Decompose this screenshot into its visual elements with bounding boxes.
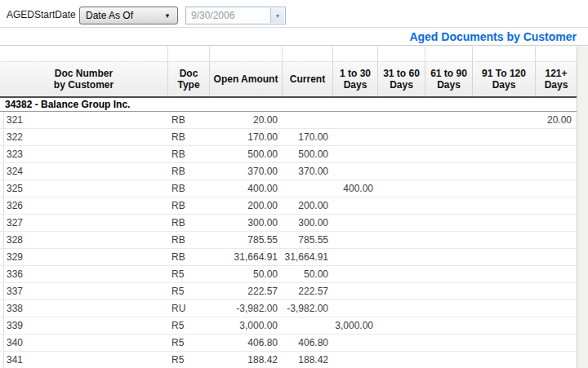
cell-doc-number: 329 bbox=[0, 249, 168, 265]
cell-current: 370.00 bbox=[283, 163, 333, 180]
cell-days-91-120 bbox=[473, 112, 536, 128]
cell-days-91-120 bbox=[473, 300, 536, 317]
cell-days-121-plus bbox=[536, 335, 577, 351]
cell-doc-number: 325 bbox=[0, 180, 168, 197]
table-row[interactable]: 324RB370.00370.00 bbox=[0, 163, 577, 180]
cell-days-61-90 bbox=[425, 146, 473, 162]
date-mode-selected-value: Date As Of bbox=[86, 10, 133, 21]
cell-days-61-90 bbox=[425, 129, 473, 145]
parameter-toolbar: AGEDStartDate Date As Of ▼ 9/30/2006 ▼ bbox=[0, 0, 588, 28]
cell-days-121-plus bbox=[536, 232, 577, 248]
cell-doc-type: RB bbox=[168, 129, 210, 145]
table-row[interactable]: 340R5406.80406.80 bbox=[0, 335, 577, 352]
cell-days-91-120 bbox=[473, 317, 536, 334]
cell-open-amount: 31,664.91 bbox=[210, 249, 283, 265]
date-mode-dropdown[interactable]: Date As Of ▼ bbox=[79, 7, 178, 24]
column-header-doc-type[interactable]: Doc Type bbox=[168, 62, 210, 96]
cell-doc-number: 339 bbox=[0, 317, 168, 334]
cell-days-91-120 bbox=[473, 215, 536, 231]
cell-days-1-30 bbox=[333, 146, 378, 162]
cell-days-31-60 bbox=[378, 335, 425, 351]
column-header-days-91-120[interactable]: 91 To 120 Days bbox=[473, 62, 536, 96]
table-row[interactable]: 341R5188.42188.42 bbox=[0, 352, 577, 368]
band-cell-doc-number bbox=[0, 47, 168, 61]
cell-current: 222.57 bbox=[283, 283, 333, 299]
table-row[interactable]: 321RB20.0020.00 bbox=[0, 112, 577, 129]
table-row[interactable]: 338RU-3,982.00-3,982.00 bbox=[0, 300, 577, 317]
customer-group-row[interactable]: 34382 - Balance Group Inc. bbox=[0, 98, 577, 112]
param-label: AGEDStartDate bbox=[7, 9, 76, 20]
cell-days-61-90 bbox=[425, 112, 473, 128]
cell-doc-type: R5 bbox=[168, 317, 210, 334]
cell-doc-number: 340 bbox=[0, 335, 168, 351]
cell-days-121-plus bbox=[536, 266, 577, 282]
table-row[interactable]: 329RB31,664.9131,664.91 bbox=[0, 249, 577, 266]
cell-days-91-120 bbox=[473, 163, 536, 180]
column-header-doc-number[interactable]: Doc Number by Customer bbox=[0, 62, 168, 96]
cell-open-amount: 188.42 bbox=[210, 352, 283, 368]
customer-group-label: 34382 - Balance Group Inc. bbox=[5, 99, 130, 110]
column-header-current[interactable]: Current bbox=[283, 62, 333, 96]
cell-doc-type: RB bbox=[168, 146, 210, 162]
cell-days-1-30 bbox=[333, 232, 378, 248]
column-header-days-121-plus[interactable]: 121+ Days bbox=[536, 62, 577, 96]
cell-days-61-90 bbox=[425, 300, 473, 317]
cell-days-31-60 bbox=[378, 232, 425, 248]
table-row[interactable]: 327RB300.00300.00 bbox=[0, 215, 577, 232]
column-header-days-61-90[interactable]: 61 to 90 Days bbox=[425, 62, 473, 96]
column-header-days-31-60[interactable]: 31 to 60 Days bbox=[378, 62, 425, 96]
cell-days-121-plus bbox=[536, 163, 577, 180]
aged-documents-grid: Doc Number by CustomerDoc TypeOpen Amoun… bbox=[0, 47, 577, 368]
cell-days-31-60 bbox=[378, 283, 425, 299]
cell-days-121-plus bbox=[536, 129, 577, 145]
band-cell-days-91-120 bbox=[473, 47, 536, 61]
cell-days-61-90 bbox=[425, 352, 473, 368]
table-row[interactable]: 328RB785.55785.55 bbox=[0, 232, 577, 249]
cell-days-121-plus bbox=[536, 300, 577, 317]
cell-days-61-90 bbox=[425, 249, 473, 265]
table-row[interactable]: 326RB200.00200.00 bbox=[0, 197, 577, 215]
table-row[interactable]: 323RB500.00500.00 bbox=[0, 146, 577, 163]
cell-doc-type: R5 bbox=[168, 266, 210, 282]
cell-doc-number: 338 bbox=[0, 300, 168, 317]
grid-header-row: Doc Number by CustomerDoc TypeOpen Amoun… bbox=[0, 62, 577, 96]
column-header-days-1-30[interactable]: 1 to 30 Days bbox=[333, 62, 378, 96]
cell-days-121-plus bbox=[536, 180, 577, 197]
right-gutter bbox=[577, 47, 588, 368]
cell-doc-number: 324 bbox=[0, 163, 168, 180]
table-row[interactable]: 322RB170.00170.00 bbox=[0, 129, 577, 146]
cell-current: 188.42 bbox=[283, 352, 333, 368]
report-window: AGEDStartDate Date As Of ▼ 9/30/2006 ▼ A… bbox=[0, 0, 588, 368]
cell-days-61-90 bbox=[425, 266, 473, 282]
cell-days-121-plus bbox=[536, 197, 577, 214]
date-dropdown-button[interactable]: ▼ bbox=[270, 8, 284, 23]
cell-days-91-120 bbox=[473, 335, 536, 351]
cell-days-61-90 bbox=[425, 317, 473, 334]
cell-days-1-30 bbox=[333, 129, 378, 145]
cell-days-61-90 bbox=[425, 180, 473, 197]
cell-days-31-60 bbox=[378, 146, 425, 162]
cell-days-91-120 bbox=[473, 180, 536, 197]
band-cell-days-31-60 bbox=[378, 47, 425, 61]
cell-days-31-60 bbox=[378, 197, 425, 214]
report-title: Aged Documents by Customer bbox=[409, 30, 577, 43]
cell-doc-type: RU bbox=[168, 300, 210, 317]
column-header-open-amount[interactable]: Open Amount bbox=[210, 62, 283, 96]
table-row[interactable]: 337R5222.57222.57 bbox=[0, 283, 577, 300]
cell-current: 500.00 bbox=[283, 146, 333, 162]
cell-days-91-120 bbox=[473, 146, 536, 162]
table-row[interactable]: 325RB400.00400.00 bbox=[0, 180, 577, 197]
table-row[interactable]: 339R53,000.003,000.00 bbox=[0, 317, 577, 335]
cell-days-121-plus bbox=[536, 146, 577, 162]
band-cell-days-61-90 bbox=[425, 47, 473, 61]
cell-days-121-plus bbox=[536, 283, 577, 299]
grid-band-row bbox=[0, 47, 577, 62]
date-value: 9/30/2006 bbox=[191, 10, 234, 21]
cell-doc-number: 337 bbox=[0, 283, 168, 299]
cell-doc-type: RB bbox=[168, 163, 210, 180]
table-row[interactable]: 336R550.0050.00 bbox=[0, 266, 577, 283]
cell-days-1-30 bbox=[333, 266, 378, 282]
cell-days-61-90 bbox=[425, 197, 473, 214]
cell-days-91-120 bbox=[473, 197, 536, 214]
cell-open-amount: 500.00 bbox=[210, 146, 283, 162]
